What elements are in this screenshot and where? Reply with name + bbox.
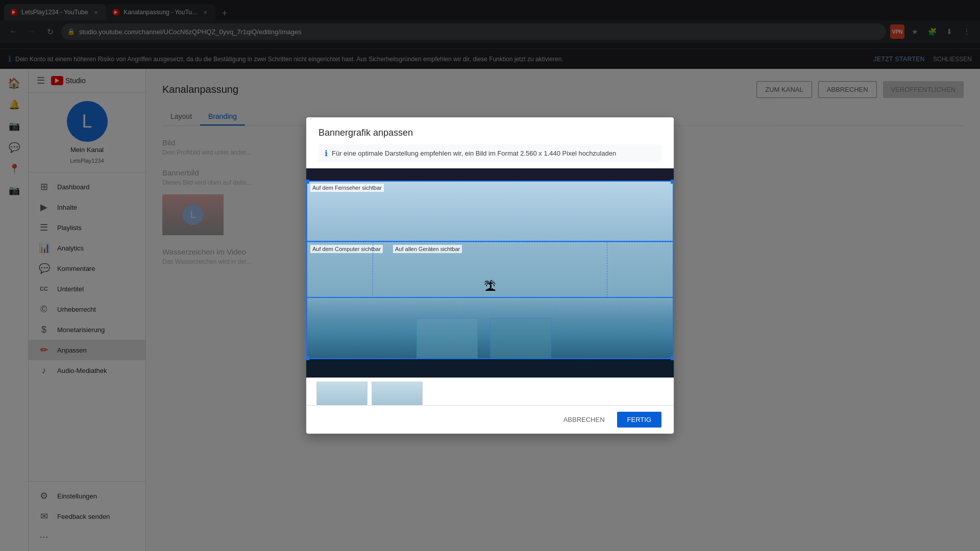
thumbnail-row: Datei-27891_HCo.png Datei-29253_HCo.png (306, 378, 674, 405)
thumbnail-img-1[interactable] (316, 382, 368, 405)
island-scene: 🏝 (484, 281, 496, 293)
overlay-image-1 (416, 318, 478, 359)
banner-preview: Auf dem Fernseher sichtbar Auf dem Compu… (306, 168, 674, 378)
modal-confirm-button[interactable]: FERTIG (617, 412, 662, 428)
divider-left (373, 242, 373, 298)
thumbnail-item-1: Datei-27891_HCo.png (316, 382, 368, 405)
overlay-image-2 (490, 318, 551, 359)
thumbnail-item-2: Datei-29253_HCo.png (372, 382, 423, 405)
divider-right (607, 242, 607, 298)
modal-footer: ABBRECHEN FERTIG (306, 405, 674, 434)
banner-tv-section: Auf dem Fernseher sichtbar (306, 181, 674, 242)
banner-bottom-image (306, 298, 674, 359)
tv-label: Auf dem Fernseher sichtbar (310, 184, 384, 192)
thumbnail-img-2[interactable] (372, 382, 423, 405)
crop-handle-bl[interactable] (306, 356, 309, 360)
crop-handle-tl[interactable] (306, 180, 309, 184)
modal-info-icon: ℹ (325, 148, 328, 158)
modal-title: Bannergrafik anpassen (318, 128, 662, 138)
crop-handle-br[interactable] (671, 356, 674, 360)
modal-cancel-button[interactable]: ABBRECHEN (557, 412, 611, 428)
crop-handle-tr[interactable] (671, 180, 674, 184)
divider-top (306, 242, 674, 242)
banner-modal: Bannergrafik anpassen ℹ Für eine optimal… (306, 117, 674, 434)
modal-info-bar: ℹ Für eine optimale Darstellung empfehle… (318, 144, 662, 162)
modal-info-text: Für eine optimale Darstellung empfehlen … (332, 149, 616, 157)
banner-dark-top (306, 168, 674, 181)
all-devices-label: Auf allen Geräten sichtbar (393, 245, 462, 253)
banner-dark-bottom (306, 359, 674, 378)
computer-label: Auf dem Computer sichtbar (310, 245, 383, 253)
modal-header: Bannergrafik anpassen ℹ Für eine optimal… (306, 117, 674, 168)
modal-body: Auf dem Fernseher sichtbar Auf dem Compu… (306, 168, 674, 405)
banner-middle-section: Auf dem Computer sichtbar Auf allen Gerä… (306, 242, 674, 298)
